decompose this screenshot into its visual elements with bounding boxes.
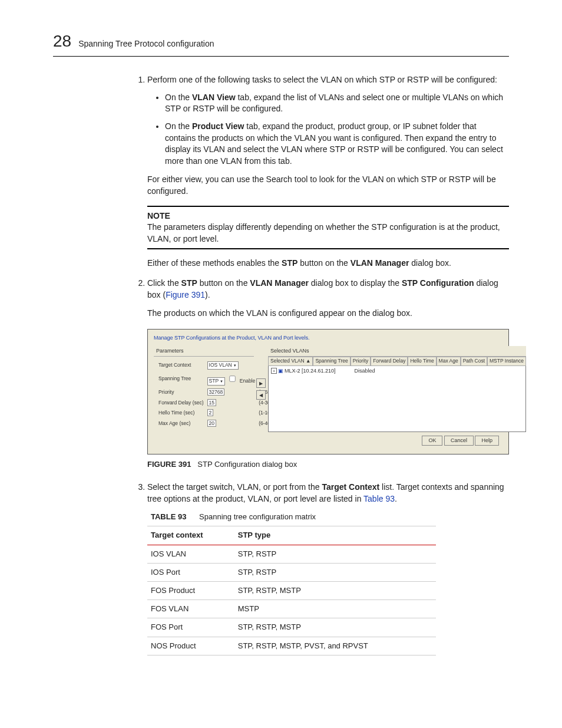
text: Click the (147, 278, 181, 288)
table-ref-link[interactable]: Table 93 (363, 494, 395, 503)
move-right-button[interactable]: ▶ (256, 378, 266, 388)
cell: STP, RSTP (234, 545, 436, 563)
table-row: IOS VLANSTP, RSTP (147, 545, 436, 563)
cell: STP, RSTP, MSTP (234, 581, 436, 599)
note-block: NOTE The parameters display differently … (147, 206, 509, 250)
table-row: IOS PortSTP, RSTP (147, 563, 436, 581)
stp-config-label: STP Configuration (402, 278, 474, 288)
col-spanning-tree[interactable]: Spanning Tree (313, 357, 350, 366)
selected-vlans-header: Selected VLANs (268, 346, 526, 357)
text: Select the target switch, VLAN, or port … (147, 482, 322, 492)
text: dialog box. (409, 258, 451, 268)
cell: FOS Port (147, 618, 234, 637)
dialog-description: Manage STP Configurations at the Product… (154, 334, 503, 342)
label-hello-time: Hello Time (sec) (157, 409, 205, 418)
table-header-2: STP type (234, 526, 436, 545)
cancel-button[interactable]: Cancel (444, 436, 474, 446)
vlan-tree-row[interactable]: + ▣ MLX-2 [10.24.61.210] Disabled (271, 367, 523, 375)
hello-time-input[interactable]: 2 (207, 409, 214, 416)
step-2: Click the STP button on the VLAN Manager… (147, 278, 509, 470)
text: Either of these methods enables the (147, 258, 282, 268)
table-row: FOS VLANMSTP (147, 600, 436, 618)
figure-ref-link[interactable]: Figure 391 (166, 290, 205, 299)
table-row: FOS ProductSTP, RSTP, MSTP (147, 581, 436, 599)
col-forward-delay[interactable]: Forward Delay (371, 357, 408, 366)
label-priority: Priority (157, 388, 205, 397)
text: button on the (197, 278, 250, 288)
chapter-header: 28 Spanning Tree Protocol configuration (53, 29, 509, 57)
cell: STP, RSTP, MSTP, PVST, and RPVST (234, 637, 436, 655)
cell: STP, RSTP (234, 563, 436, 581)
parameters-header: Parameters (154, 346, 254, 357)
expand-icon[interactable]: + (271, 368, 277, 374)
chevron-down-icon: ▼ (233, 363, 237, 368)
cell: NOS Product (147, 637, 234, 655)
spanning-tree-value: STP (209, 378, 219, 385)
cell: IOS Port (147, 563, 234, 581)
col-hello-time[interactable]: Hello Time (408, 357, 436, 366)
target-context-label: Target Context (322, 482, 379, 492)
step-1-after-1: For either view, you can use the Search … (147, 174, 509, 197)
step-1: Perform one of the following tasks to se… (147, 74, 509, 269)
enable-label: Enable (240, 378, 255, 384)
label-target-context: Target Context (157, 360, 205, 371)
cell: FOS Product (147, 581, 234, 599)
selected-vlans-panel: Selected VLANs Selected VLAN ▲ Spanning … (268, 346, 526, 432)
col-max-age[interactable]: Max Age (437, 357, 461, 366)
figure-caption-label: FIGURE 391 (147, 460, 191, 469)
note-heading: NOTE (147, 210, 509, 222)
config-matrix-table: TABLE 93 Spanning tree configuration mat… (147, 508, 436, 655)
target-context-value: IOS VLAN (209, 362, 232, 369)
device-icon: ▣ (278, 367, 283, 375)
note-body: The parameters display differently depen… (147, 222, 509, 245)
cell: STP, RSTP, MSTP (234, 618, 436, 637)
ok-button[interactable]: OK (422, 436, 442, 446)
stp-label: STP (181, 278, 197, 288)
text: button on the (297, 258, 351, 268)
label-forward-delay: Forward Delay (sec) (157, 398, 205, 408)
vlan-view-label: VLAN View (192, 93, 236, 102)
step-1-bullet-2: On the Product View tab, expand the prod… (165, 121, 509, 167)
text: dialog box to display the (309, 278, 402, 288)
vlan-manager-label: VLAN Manager (250, 278, 309, 288)
chevron-down-icon: ▼ (220, 379, 223, 384)
move-left-button[interactable]: ◀ (256, 390, 266, 400)
col-path-cost[interactable]: Path Cost (461, 357, 487, 366)
chapter-title: Spanning Tree Protocol configuration (78, 38, 214, 50)
max-age-input[interactable]: 20 (207, 420, 216, 427)
step-1-after-2: Either of these methods enables the STP … (147, 258, 509, 269)
spanning-tree-select[interactable]: STP▼ (207, 377, 225, 386)
help-button[interactable]: Help (475, 436, 499, 446)
forward-delay-input[interactable]: 15 (207, 399, 216, 406)
table-row: NOS ProductSTP, RSTP, MSTP, PVST, and RP… (147, 637, 436, 655)
text: On the (165, 93, 192, 102)
enable-checkbox[interactable] (230, 375, 236, 381)
cell: FOS VLAN (147, 600, 234, 618)
stp-config-dialog: Manage STP Configurations at the Product… (147, 329, 509, 454)
label-spanning-tree: Spanning Tree (157, 372, 205, 387)
label-max-age: Max Age (sec) (157, 419, 205, 429)
text: On the (165, 121, 192, 131)
figure-caption: FIGURE 391 STP Configuration dialog box (147, 459, 509, 470)
parameters-panel: Parameters Target Context IOS VLAN▼ (154, 346, 254, 432)
cell: MSTP (234, 600, 436, 618)
priority-input[interactable]: 32768 (207, 388, 225, 396)
stp-label: STP (282, 258, 297, 268)
table-header-1: Target context (147, 526, 234, 545)
cell: IOS VLAN (147, 545, 234, 563)
figure-caption-text: STP Configuration dialog box (197, 460, 297, 469)
step-1-bullet-1: On the VLAN View tab, expand the list of… (165, 92, 509, 115)
table-row: FOS PortSTP, RSTP, MSTP (147, 618, 436, 637)
text: . (395, 494, 397, 503)
step-1-lead: Perform one of the following tasks to se… (147, 75, 497, 84)
col-mstp-instance[interactable]: MSTP Instance (487, 357, 526, 366)
step-2-after: The products on which the VLAN is config… (147, 308, 509, 319)
product-view-label: Product View (192, 121, 244, 131)
target-context-select[interactable]: IOS VLAN▼ (207, 361, 239, 370)
vlan-manager-label: VLAN Manager (351, 258, 409, 268)
col-selected-vlan[interactable]: Selected VLAN ▲ (268, 357, 313, 366)
table-title: Spanning tree configuration matrix (199, 512, 316, 521)
table-label: TABLE 93 (151, 512, 186, 521)
col-priority[interactable]: Priority (351, 357, 371, 366)
text: ). (205, 290, 210, 299)
